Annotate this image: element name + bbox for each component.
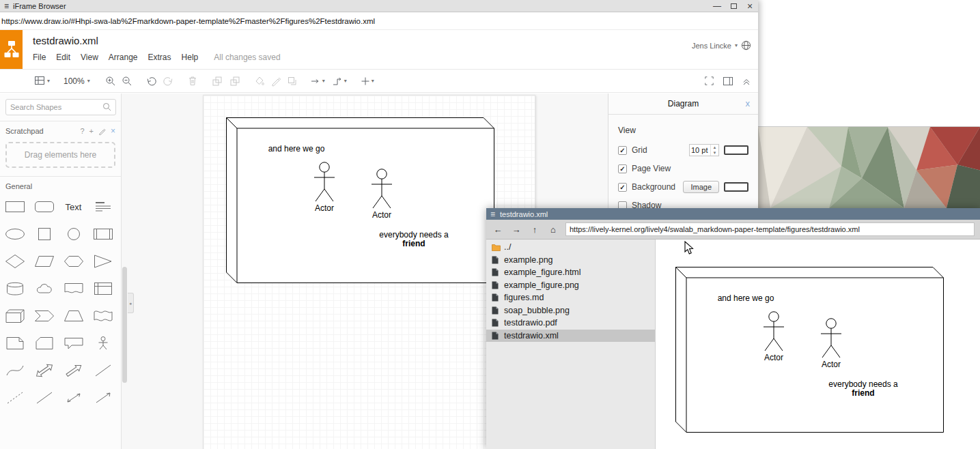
shape-internal-storage[interactable] — [88, 275, 117, 302]
general-section-header[interactable]: General — [0, 177, 121, 193]
caption-text[interactable]: everybody needs a — [379, 230, 449, 240]
shape-line[interactable] — [88, 357, 117, 384]
actor-label[interactable]: Actor — [764, 353, 783, 362]
grid-size-spinner[interactable]: ▲▼ — [689, 144, 719, 156]
minimize-button[interactable]: — — [709, 0, 725, 12]
close-button[interactable]: × — [742, 0, 758, 12]
collapse-toolbar-icon[interactable] — [742, 77, 751, 85]
format-toggle-icon[interactable] — [723, 76, 733, 86]
shape-arrow[interactable] — [59, 357, 88, 384]
connection-button[interactable]: ▾ — [310, 76, 325, 86]
waypoints-button[interactable]: ▾ — [332, 76, 347, 86]
shadow-button[interactable] — [287, 76, 298, 87]
redo-button[interactable] — [163, 76, 173, 86]
fullscreen-icon[interactable] — [704, 76, 714, 86]
zoom-in-button[interactable] — [105, 76, 116, 87]
file-row[interactable]: example_figure.html — [486, 266, 655, 279]
file-row[interactable]: ../ — [486, 241, 655, 254]
file-browser-titlebar[interactable]: ≡ testdrawio.xml — [486, 208, 980, 220]
shape-line-diagonal[interactable] — [29, 384, 59, 411]
menu-file[interactable]: File — [33, 53, 46, 62]
delete-button[interactable] — [187, 76, 198, 86]
up-button[interactable]: ↑ — [529, 224, 541, 235]
shape-triangle[interactable] — [88, 248, 117, 275]
window-titlebar[interactable]: ≡ iFrame Browser — × — [0, 0, 758, 12]
back-button[interactable]: ← — [492, 224, 504, 235]
edit-pencil-icon[interactable] — [98, 128, 106, 135]
shape-document[interactable] — [59, 275, 88, 302]
shape-bidirectional-connector[interactable] — [59, 384, 88, 411]
spinner-up-icon[interactable]: ▲ — [711, 145, 718, 150]
shape-callout[interactable] — [59, 330, 88, 357]
help-icon[interactable]: ? — [80, 127, 84, 135]
fill-color-button[interactable] — [254, 76, 265, 87]
shape-diamond[interactable] — [0, 248, 29, 275]
scratchpad-drop-zone[interactable]: Drag elements here — [5, 142, 115, 168]
shapes-panel-scrollbar[interactable] — [122, 93, 128, 449]
shape-hexagon[interactable] — [59, 248, 88, 275]
file-row[interactable]: figures.md — [486, 291, 655, 304]
shape-card[interactable] — [29, 330, 59, 357]
file-browser-url-field[interactable]: https://lively-kernel.org/lively4/swalab… — [565, 222, 975, 236]
actor-label[interactable]: Actor — [315, 203, 334, 213]
caption-text-bold[interactable]: friend — [402, 239, 425, 248]
search-shapes-input[interactable] — [5, 99, 116, 115]
line-color-button[interactable] — [270, 76, 281, 87]
actor-label[interactable]: Actor — [822, 360, 841, 369]
caption-text[interactable]: everybody needs a — [828, 379, 898, 389]
page-view-button[interactable]: ▾ — [34, 76, 50, 86]
cube-shape[interactable]: and here we go Actor Actor everybody nee… — [225, 117, 495, 284]
zoom-out-button[interactable] — [122, 76, 132, 87]
actor-label[interactable]: Actor — [372, 210, 391, 220]
shape-dotted-line[interactable] — [0, 384, 29, 411]
shape-ellipse[interactable] — [0, 220, 29, 248]
grid-color-swatch[interactable] — [724, 145, 748, 155]
user-name[interactable]: Jens Lincke — [692, 42, 731, 50]
file-row[interactable]: example.png — [486, 254, 655, 267]
file-row[interactable]: testdrawio.xml — [486, 330, 655, 343]
browser-url-bar[interactable]: https://www.draw.io/#Hhpi-swa-lab%2Fmark… — [0, 12, 758, 30]
shape-tape[interactable] — [88, 302, 117, 330]
close-format-panel-icon[interactable]: x — [746, 98, 751, 108]
spinner-down-icon[interactable]: ▼ — [711, 150, 718, 156]
menu-help[interactable]: Help — [182, 53, 199, 62]
panel-collapse-handle[interactable]: ● — [128, 293, 134, 313]
scrollbar-thumb[interactable] — [122, 267, 127, 383]
file-row[interactable]: example_figure.png — [486, 279, 655, 292]
shape-text[interactable]: Text — [59, 193, 88, 220]
undo-button[interactable] — [146, 76, 157, 86]
window-menu-icon[interactable]: ≡ — [4, 1, 9, 11]
menu-extras[interactable]: Extras — [148, 53, 171, 62]
file-row[interactable]: soap_bubble.png — [486, 304, 655, 317]
home-button[interactable]: ⌂ — [547, 224, 559, 235]
menu-edit[interactable]: Edit — [56, 53, 70, 62]
page-view-checkbox[interactable] — [618, 164, 627, 173]
to-back-button[interactable] — [229, 76, 240, 87]
cube-shape[interactable]: and here we go Actor Actor everybody nee… — [675, 266, 944, 433]
zoom-select[interactable]: 100% ▾ — [64, 76, 90, 86]
canvas-drawing[interactable]: and here we go Actor Actor everybody nee… — [225, 117, 495, 287]
grid-checkbox[interactable] — [618, 146, 627, 155]
maximize-button[interactable] — [725, 0, 742, 12]
format-tab-diagram[interactable]: Diagram — [668, 99, 699, 108]
shape-bidirectional-arrow[interactable] — [29, 357, 59, 384]
shape-curve[interactable] — [0, 357, 29, 384]
shape-actor[interactable] — [88, 330, 117, 357]
shape-process[interactable] — [88, 220, 117, 248]
add-icon[interactable]: + — [89, 127, 94, 135]
to-front-button[interactable] — [212, 76, 223, 87]
shape-cloud[interactable] — [29, 275, 59, 302]
close-scratchpad-icon[interactable]: × — [111, 126, 115, 136]
background-color-swatch[interactable] — [724, 182, 748, 192]
grid-size-input[interactable] — [690, 145, 710, 156]
forward-button[interactable]: → — [510, 224, 522, 235]
menu-view[interactable]: View — [81, 53, 98, 62]
globe-icon[interactable] — [741, 40, 751, 50]
note-text[interactable]: and here we go — [718, 293, 774, 303]
shape-directional-connector[interactable] — [88, 384, 117, 411]
background-image-button[interactable]: Image — [683, 181, 719, 193]
shape-step[interactable] — [29, 302, 59, 330]
menu-arrange[interactable]: Arrange — [109, 53, 138, 62]
shape-cube[interactable] — [0, 302, 29, 330]
shape-note[interactable] — [0, 330, 29, 357]
